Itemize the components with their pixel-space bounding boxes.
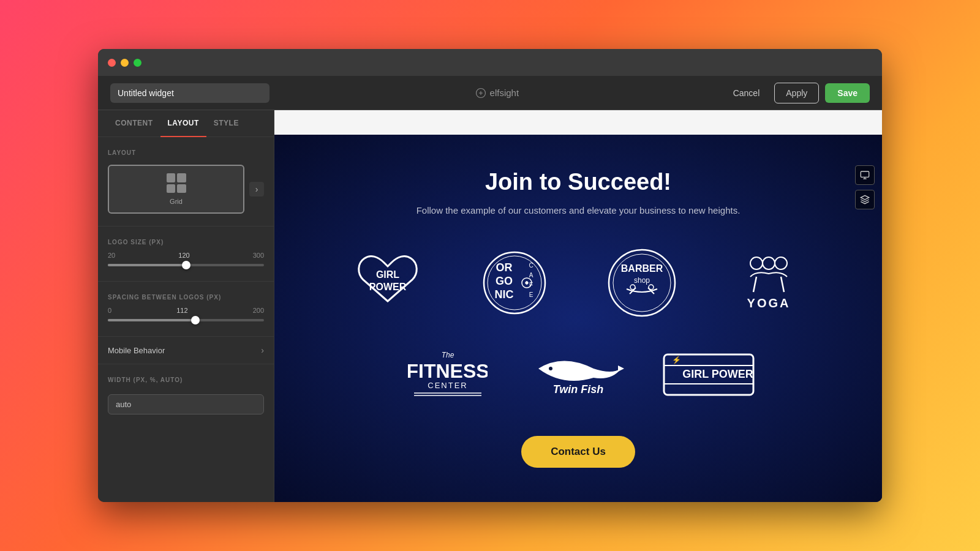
svg-text:The: The [441,351,454,359]
logo-size-section: LOGO SIZE (PX) 20 120 300 [98,227,274,282]
spacing-max: 200 [253,307,264,314]
svg-text:⚡: ⚡ [672,355,681,364]
svg-text:FITNESS: FITNESS [408,360,488,382]
maximize-button[interactable] [134,59,141,67]
device-buttons [855,165,875,209]
preview-area: Join to Succeed! Follow the example of o… [274,110,882,502]
preview-header [274,110,882,135]
preview-subtitle: Follow the example of our customers and … [299,205,858,216]
layout-section: LAYOUT Grid › [98,137,274,227]
tab-content[interactable]: CONTENT [108,110,160,137]
spacing-values: 0 112 200 [108,307,264,314]
spacing-min: 0 [108,307,111,314]
logo-size-fill [108,264,186,266]
widget-title-input[interactable] [110,83,270,103]
layout-expand-button[interactable]: › [249,182,264,197]
svg-point-20 [630,285,635,290]
header-center: elfsight [270,88,725,99]
logo-barber: BARBER shop [587,246,696,320]
grid-icon [167,173,186,193]
layout-section-label: LAYOUT [108,149,264,156]
logo-fitness: The FITNESS CENTER [394,344,500,405]
spacing-val: 112 [176,307,187,314]
paint-device-button[interactable] [855,190,875,209]
mobile-behavior-row[interactable]: Mobile Behavior › [98,337,274,364]
preview-title: Join to Succeed! [299,169,858,195]
logo-size-values: 20 120 300 [108,252,264,259]
tabs: CONTENT LAYOUT STYLE [98,110,274,137]
svg-text:YOGA: YOGA [747,296,791,310]
logo-twin-fish: Twin Fish [525,347,631,402]
save-button[interactable]: Save [825,83,870,103]
header-actions: Cancel Apply Save [725,83,870,103]
svg-text:OR: OR [496,261,513,274]
logo-organic: OR GO NIC C A F E [461,249,570,317]
mobile-behavior-label: Mobile Behavior [108,346,165,355]
svg-point-31 [549,367,552,370]
grid-layout-option[interactable]: Grid [108,165,244,214]
titlebar [98,49,882,76]
spacing-fill [108,319,195,321]
logos-grid-top: GIRL POWER OR GO NIC [333,246,823,320]
svg-point-21 [649,285,654,290]
width-input[interactable] [108,394,264,414]
svg-text:A: A [529,272,533,279]
close-button[interactable] [108,59,116,67]
svg-text:E: E [529,291,533,298]
svg-text:BARBER: BARBER [621,263,663,274]
logo-yoga: YOGA [715,246,824,320]
svg-point-22 [763,257,775,269]
svg-text:C: C [529,262,533,269]
header: elfsight Cancel Apply Save [98,76,882,110]
main-content: CONTENT LAYOUT STYLE LAYOUT Grid [98,110,882,502]
logo-girl-power-badge: ⚡ GIRL POWER [656,353,762,396]
svg-point-24 [775,257,787,269]
traffic-lights [108,59,141,67]
svg-point-23 [750,257,763,269]
svg-text:POWER: POWER [369,282,407,292]
preview-inner: Join to Succeed! Follow the example of o… [274,144,882,492]
svg-text:shop: shop [634,276,650,285]
logos-grid-bottom: The FITNESS CENTER [394,344,762,405]
spacing-track [108,319,264,321]
logo-size-label: LOGO SIZE (PX) [108,239,264,246]
svg-text:NIC: NIC [495,288,514,301]
tab-style[interactable]: STYLE [206,110,246,137]
contact-button[interactable]: Contact Us [521,436,635,468]
sidebar: CONTENT LAYOUT STYLE LAYOUT Grid [98,110,274,502]
logo-size-max: 300 [253,252,264,259]
svg-text:GIRL: GIRL [376,269,399,280]
elfsight-logo: elfsight [475,88,519,99]
cancel-button[interactable]: Cancel [725,83,769,103]
svg-text:GIRL POWER: GIRL POWER [682,368,753,380]
layout-options: Grid › [108,165,264,214]
preview-content: Join to Succeed! Follow the example of o… [274,135,882,502]
spacing-thumb[interactable] [191,316,200,324]
spacing-section: SPACING BETWEEN LOGOS (PX) 0 112 200 [98,282,274,337]
svg-text:CENTER: CENTER [428,381,467,390]
logo-size-val: 120 [178,252,189,259]
logo-size-track [108,264,264,266]
svg-text:Twin Fish: Twin Fish [553,383,603,395]
desktop-device-button[interactable] [855,165,875,185]
spacing-label: SPACING BETWEEN LOGOS (PX) [108,294,264,301]
logo-size-min: 20 [108,252,115,259]
mobile-behavior-chevron: › [261,345,264,355]
svg-rect-1 [861,171,869,177]
width-section: WIDTH (PX, %, AUTO) [98,364,274,427]
minimize-button[interactable] [121,59,129,67]
app-window: elfsight Cancel Apply Save CONTENT LAYOU… [98,49,882,502]
width-label: WIDTH (PX, %, AUTO) [108,377,264,383]
layout-name: Grid [170,198,183,205]
logo-size-thumb[interactable] [182,261,190,269]
brand-label: elfsight [490,88,519,98]
apply-button[interactable]: Apply [774,83,819,103]
tab-layout[interactable]: LAYOUT [160,110,206,137]
logo-girl-power: GIRL POWER [333,246,442,320]
svg-text:GO: GO [496,275,513,287]
svg-point-6 [484,252,545,313]
